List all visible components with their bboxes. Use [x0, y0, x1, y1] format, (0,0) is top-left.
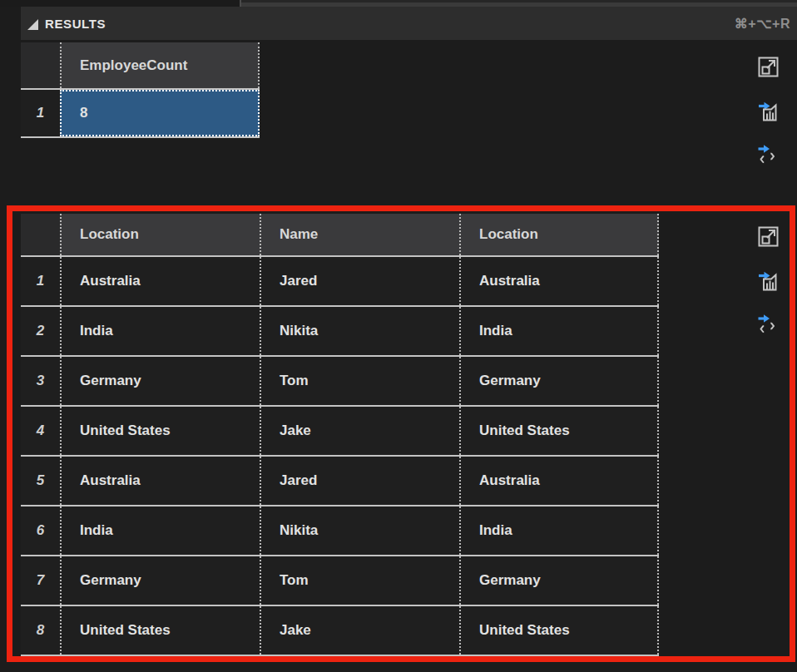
save-json-button[interactable] [757, 143, 780, 166]
grid-cell[interactable]: India [60, 506, 260, 555]
row-number[interactable]: 8 [21, 606, 60, 655]
grid-corner-cell[interactable] [21, 42, 60, 88]
table-row: 8 United States Jake United States [21, 606, 659, 656]
grid-cell[interactable]: India [459, 307, 659, 355]
table-row: 2 India Nikita India [21, 307, 659, 357]
save-excel-button[interactable] [757, 99, 780, 122]
selected-cell[interactable]: 8 [60, 90, 260, 136]
column-header[interactable]: EmployeeCount [60, 42, 260, 88]
column-header[interactable]: Location [60, 214, 260, 255]
table-row: 7 Germany Tom Germany [21, 556, 659, 606]
row-number[interactable]: 2 [21, 307, 60, 355]
grid-cell[interactable]: India [60, 307, 260, 355]
grid-cell[interactable]: Australia [459, 257, 659, 305]
grid-cell[interactable]: United States [459, 606, 659, 655]
grid2-toolbar [757, 225, 780, 336]
row-number[interactable]: 1 [21, 257, 60, 305]
row-number[interactable]: 1 [21, 90, 60, 136]
maximize-icon [757, 55, 780, 78]
results-panel: RESULTS ⌘+⌥+R EmployeeCount 1 8 [0, 0, 797, 672]
grid-cell[interactable]: United States [60, 606, 260, 655]
table-row: 6 India Nikita India [21, 506, 659, 556]
grid-cell[interactable]: Germany [60, 556, 260, 605]
grid-cell[interactable]: Nikita [260, 506, 459, 555]
grid-cell[interactable]: Jared [260, 457, 459, 505]
row-number[interactable]: 3 [21, 357, 60, 405]
grid-cell[interactable]: Germany [60, 357, 260, 405]
grid-cell[interactable]: Germany [459, 556, 659, 605]
maximize-grid-button[interactable] [757, 55, 780, 78]
grid-cell[interactable]: Jared [260, 257, 459, 305]
save-json-button[interactable] [757, 313, 780, 336]
grid-cell[interactable]: Australia [60, 257, 260, 305]
grid-cell[interactable]: Australia [60, 457, 260, 505]
grid-cell[interactable]: Tom [260, 556, 459, 605]
table-row: 4 United States Jake United States [21, 407, 659, 457]
save-json-icon [757, 143, 780, 166]
row-number[interactable]: 4 [21, 407, 60, 455]
table-row: 1 8 [21, 90, 260, 138]
grid-cell[interactable]: Jake [260, 606, 459, 655]
grid-corner-cell[interactable] [21, 214, 60, 255]
save-excel-icon [757, 269, 780, 292]
editor-bottom-edge [0, 0, 797, 7]
row-number[interactable]: 6 [21, 506, 60, 555]
collapse-twistie-icon[interactable] [27, 19, 38, 30]
row-number[interactable]: 7 [21, 556, 60, 605]
column-header[interactable]: Location [459, 214, 659, 255]
grid-cell[interactable]: Nikita [260, 307, 459, 355]
grid-header-row: Location Name Location [21, 214, 659, 257]
grid-cell[interactable]: Australia [459, 457, 659, 505]
results-grid-count: EmployeeCount 1 8 [21, 42, 260, 138]
editor-bottom-edge-right [240, 0, 797, 7]
save-excel-button[interactable] [757, 269, 780, 292]
grid-cell[interactable]: United States [60, 407, 260, 455]
save-json-icon [757, 313, 780, 336]
table-row: 1 Australia Jared Australia [21, 257, 659, 307]
grid-cell[interactable]: Germany [459, 357, 659, 405]
grid-cell[interactable]: United States [459, 407, 659, 455]
results-section-header[interactable]: RESULTS ⌘+⌥+R [21, 7, 797, 40]
grid-cell[interactable]: Jake [260, 407, 459, 455]
column-header[interactable]: Name [260, 214, 459, 255]
table-row: 3 Germany Tom Germany [21, 357, 659, 407]
maximize-icon [757, 225, 780, 248]
table-row: 5 Australia Jared Australia [21, 457, 659, 506]
panel-title: RESULTS [45, 17, 106, 31]
grid-cell[interactable]: India [459, 506, 659, 555]
maximize-grid-button[interactable] [757, 225, 780, 248]
results-grid-employees: Location Name Location 1 Australia Jared… [21, 214, 659, 656]
grid-header-row: EmployeeCount [21, 42, 260, 90]
save-excel-icon [757, 99, 780, 122]
panel-shortcut: ⌘+⌥+R [735, 16, 790, 32]
grid-cell[interactable]: Tom [260, 357, 459, 405]
row-number[interactable]: 5 [21, 457, 60, 505]
grid1-toolbar [757, 55, 780, 166]
editor-bottom-edge-left [0, 0, 240, 7]
